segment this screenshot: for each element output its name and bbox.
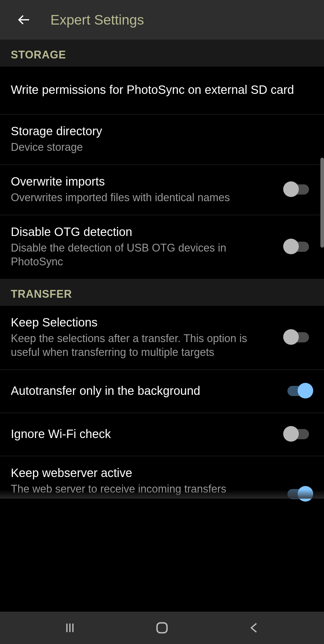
- section-label: STORAGE: [11, 49, 313, 61]
- setting-subtitle: The web server to receive incoming trans…: [11, 482, 277, 496]
- setting-title: Overwrite imports: [11, 174, 277, 189]
- svg-rect-0: [157, 623, 167, 633]
- setting-title: Autotransfer only in the background: [11, 383, 277, 398]
- toggle-ignore-wifi[interactable]: [283, 425, 313, 442]
- toggle-thumb: [283, 329, 299, 345]
- setting-text: Disable OTG detection Disable the detect…: [11, 224, 283, 269]
- toggle-disable-otg[interactable]: [283, 238, 313, 255]
- navigation-bar: [0, 612, 324, 644]
- nav-back-icon: [248, 621, 260, 635]
- setting-title: Disable OTG detection: [11, 224, 277, 239]
- setting-text: Storage directory Device storage: [11, 124, 313, 154]
- section-header-storage: STORAGE: [0, 40, 324, 67]
- nav-home-button[interactable]: [144, 617, 180, 638]
- back-arrow-icon: [17, 13, 32, 27]
- setting-subtitle: Device storage: [11, 140, 307, 154]
- setting-title: Storage directory: [11, 124, 307, 139]
- recents-icon: [62, 621, 77, 635]
- toggle-autotransfer-bg[interactable]: [283, 382, 313, 399]
- toggle-thumb: [283, 426, 299, 442]
- toggle-overwrite-imports[interactable]: [283, 181, 313, 198]
- setting-title: Keep webserver active: [11, 465, 277, 480]
- section-label: TRANSFER: [11, 288, 313, 300]
- setting-title: Keep Selections: [11, 315, 277, 330]
- toggle-thumb: [298, 486, 313, 502]
- setting-text: Keep Selections Keep the selections afte…: [11, 315, 283, 359]
- setting-write-permissions[interactable]: Write permissions for PhotoSync on exter…: [0, 67, 324, 115]
- setting-text: Ignore Wi-Fi check: [11, 426, 283, 441]
- setting-title: Ignore Wi-Fi check: [11, 426, 277, 441]
- setting-subtitle: Disable the detection of USB OTG devices…: [11, 241, 277, 269]
- setting-title: Write permissions for PhotoSync on exter…: [11, 82, 307, 97]
- home-icon: [155, 621, 169, 635]
- nav-recents-button[interactable]: [52, 617, 88, 638]
- setting-keep-webserver[interactable]: Keep webserver active The web server to …: [0, 456, 324, 498]
- setting-text: Autotransfer only in the background: [11, 383, 283, 398]
- setting-text: Overwrite imports Overwrites imported fi…: [11, 174, 283, 204]
- setting-subtitle: Keep the selections after a transfer. Th…: [11, 332, 277, 359]
- scrollbar-indicator: [320, 158, 324, 248]
- setting-storage-directory[interactable]: Storage directory Device storage: [0, 115, 324, 165]
- toggle-thumb: [283, 239, 299, 254]
- setting-keep-selections[interactable]: Keep Selections Keep the selections afte…: [0, 306, 324, 370]
- toggle-keep-selections[interactable]: [283, 329, 313, 345]
- back-button[interactable]: [11, 6, 38, 33]
- settings-content: STORAGE Write permissions for PhotoSync …: [0, 40, 324, 612]
- setting-overwrite-imports[interactable]: Overwrite imports Overwrites imported fi…: [0, 165, 324, 215]
- setting-text: Keep webserver active The web server to …: [11, 465, 283, 496]
- toggle-keep-webserver[interactable]: [283, 485, 313, 502]
- setting-ignore-wifi[interactable]: Ignore Wi-Fi check: [0, 413, 324, 456]
- toggle-thumb: [298, 383, 313, 398]
- app-bar: Expert Settings: [0, 0, 324, 40]
- page-title: Expert Settings: [50, 12, 144, 28]
- section-header-transfer: TRANSFER: [0, 279, 324, 306]
- setting-subtitle: Overwrites imported files with identical…: [11, 191, 277, 204]
- toggle-thumb: [283, 181, 299, 197]
- setting-disable-otg[interactable]: Disable OTG detection Disable the detect…: [0, 215, 324, 279]
- nav-back-button[interactable]: [236, 617, 272, 638]
- setting-text: Write permissions for PhotoSync on exter…: [11, 82, 313, 97]
- setting-autotransfer-bg[interactable]: Autotransfer only in the background: [0, 370, 324, 413]
